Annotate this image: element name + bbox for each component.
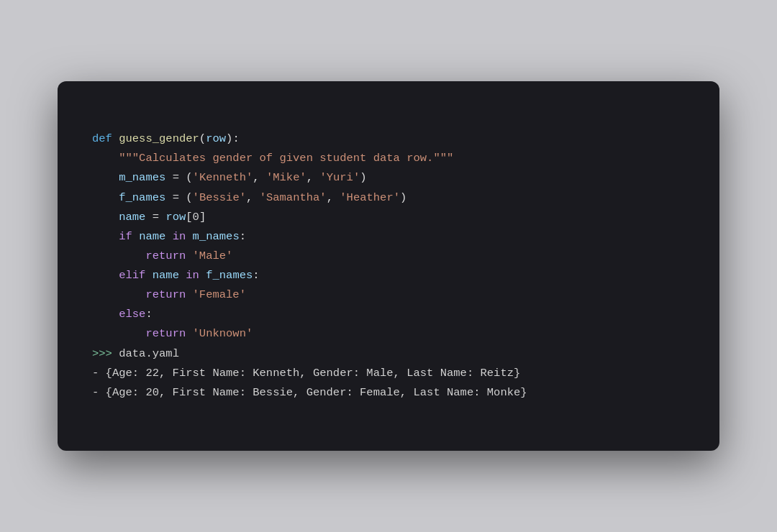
- line-6: if name in m_names:: [92, 230, 246, 243]
- line-1: def guess_gender(row):: [92, 132, 240, 145]
- line-7: return 'Male': [92, 249, 232, 262]
- code-block: def guess_gender(row): """Calculates gen…: [92, 110, 685, 422]
- line-2: """Calculates gender of given student da…: [92, 152, 453, 165]
- line-8: elif name in f_names:: [92, 269, 260, 282]
- line-5: name = row[0]: [92, 211, 206, 224]
- line-13: - {Age: 22, First Name: Kenneth, Gender:…: [92, 367, 520, 380]
- line-10: else:: [92, 308, 153, 321]
- line-3: m_names = ('Kenneth', 'Mike', 'Yuri'): [92, 171, 367, 184]
- line-9: return 'Female': [92, 288, 246, 301]
- line-12: >>> data.yaml: [92, 347, 179, 360]
- line-11: return 'Unknown': [92, 327, 253, 340]
- line-14: - {Age: 20, First Name: Bessie, Gender: …: [92, 386, 527, 399]
- line-4: f_names = ('Bessie', 'Samantha', 'Heathe…: [92, 191, 406, 204]
- code-window: def guess_gender(row): """Calculates gen…: [58, 81, 719, 451]
